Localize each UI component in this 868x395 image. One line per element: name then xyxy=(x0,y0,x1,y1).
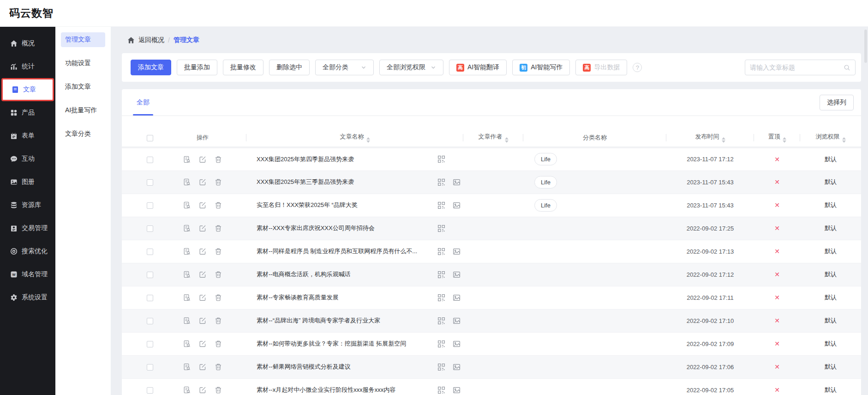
sidebar-item-resources[interactable]: 资源库 xyxy=(0,194,55,217)
category-filter-select[interactable]: 全部分类 xyxy=(315,60,374,75)
view-article-button[interactable] xyxy=(183,294,191,301)
row-checkbox[interactable] xyxy=(147,225,153,232)
tab-all[interactable]: 全部 xyxy=(133,89,153,115)
qr-code-icon[interactable] xyxy=(437,178,445,186)
view-article-button[interactable] xyxy=(183,225,191,232)
breadcrumb-back-link[interactable]: 返回概况 xyxy=(138,36,164,44)
image-attachment-icon[interactable] xyxy=(453,317,461,325)
export-data-button[interactable]: 高 导出数据 xyxy=(575,60,627,75)
view-article-button[interactable] xyxy=(183,201,191,209)
row-checkbox[interactable] xyxy=(147,364,153,371)
edit-article-button[interactable] xyxy=(199,340,206,347)
search-input[interactable] xyxy=(750,64,841,71)
image-attachment-icon[interactable] xyxy=(453,340,461,348)
edit-article-button[interactable] xyxy=(199,248,206,255)
sidebar-item-interact[interactable]: 互动 xyxy=(0,147,55,170)
delete-article-button[interactable] xyxy=(215,340,222,347)
row-checkbox[interactable] xyxy=(147,295,153,301)
sidebar-item-domain[interactable]: W域名管理 xyxy=(0,263,55,286)
edit-article-button[interactable] xyxy=(199,156,206,163)
batch-add-button[interactable]: 批量添加 xyxy=(177,60,217,75)
sidebar-item-products[interactable]: 产品 xyxy=(0,101,55,124)
edit-article-button[interactable] xyxy=(199,363,206,371)
image-attachment-icon[interactable] xyxy=(453,363,461,371)
delete-article-button[interactable] xyxy=(215,225,222,232)
view-article-button[interactable] xyxy=(183,340,191,347)
search-icon[interactable] xyxy=(844,64,850,71)
qr-code-icon[interactable] xyxy=(437,340,445,348)
scrollbar-thumb[interactable] xyxy=(864,30,867,63)
edit-article-button[interactable] xyxy=(199,201,206,209)
delete-article-button[interactable] xyxy=(215,271,222,278)
select-all-checkbox[interactable] xyxy=(147,135,153,141)
qr-code-icon[interactable] xyxy=(437,201,445,209)
image-attachment-icon[interactable] xyxy=(453,248,461,255)
qr-code-icon[interactable] xyxy=(437,317,445,325)
edit-article-button[interactable] xyxy=(199,317,206,324)
row-checkbox[interactable] xyxy=(147,341,153,347)
qr-code-icon[interactable] xyxy=(437,363,445,371)
view-article-button[interactable] xyxy=(183,317,191,324)
sidebar-item-album[interactable]: 图册 xyxy=(0,170,55,194)
help-icon[interactable]: ? xyxy=(633,63,642,72)
row-checkbox[interactable] xyxy=(147,202,153,209)
row-checkbox[interactable] xyxy=(147,179,153,186)
qr-code-icon[interactable] xyxy=(437,155,445,163)
row-checkbox[interactable] xyxy=(147,249,153,255)
sort-carets-icon[interactable] xyxy=(505,137,509,143)
image-attachment-icon[interactable] xyxy=(453,178,461,186)
image-attachment-icon[interactable] xyxy=(453,271,461,279)
delete-selected-button[interactable]: 删除选中 xyxy=(269,60,310,75)
sidebar-item-seo[interactable]: 搜索优化 xyxy=(0,240,55,263)
qr-code-icon[interactable] xyxy=(437,271,445,279)
delete-article-button[interactable] xyxy=(215,363,222,371)
view-article-button[interactable] xyxy=(183,156,191,163)
submenu-item-article-categories[interactable]: 文章分类 xyxy=(61,127,105,141)
qr-code-icon[interactable] xyxy=(437,225,445,232)
column-header-permission[interactable]: 浏览权限 xyxy=(800,129,861,147)
delete-article-button[interactable] xyxy=(215,386,222,394)
column-header-pinned[interactable]: 置顶 xyxy=(754,129,800,147)
sort-carets-icon[interactable] xyxy=(783,137,786,143)
edit-article-button[interactable] xyxy=(199,271,206,278)
edit-article-button[interactable] xyxy=(199,294,206,301)
view-article-button[interactable] xyxy=(183,248,191,255)
ai-translate-button[interactable]: 高 AI智能翻译 xyxy=(449,60,507,75)
sidebar-item-settings[interactable]: 系统设置 xyxy=(0,286,55,309)
sort-carets-icon[interactable] xyxy=(366,137,370,143)
column-header-title[interactable]: 文章名称 xyxy=(246,129,463,147)
qr-code-icon[interactable] xyxy=(437,248,445,255)
batch-edit-button[interactable]: 批量修改 xyxy=(223,60,263,75)
sort-carets-icon[interactable] xyxy=(722,137,725,143)
view-article-button[interactable] xyxy=(183,386,191,394)
row-checkbox[interactable] xyxy=(147,272,153,278)
sidebar-item-overview[interactable]: 概况 xyxy=(0,32,55,55)
view-article-button[interactable] xyxy=(183,363,191,371)
edit-article-button[interactable] xyxy=(199,386,206,394)
qr-code-icon[interactable] xyxy=(437,386,445,394)
submenu-item-ai-batch-writing[interactable]: AI批量写作 xyxy=(61,103,105,118)
image-attachment-icon[interactable] xyxy=(453,294,461,302)
choose-columns-button[interactable]: 选择列 xyxy=(820,95,854,110)
view-article-button[interactable] xyxy=(183,271,191,278)
submenu-item-add-article[interactable]: 添加文章 xyxy=(61,79,105,94)
view-article-button[interactable] xyxy=(183,178,191,186)
row-checkbox[interactable] xyxy=(147,318,153,324)
add-article-button[interactable]: 添加文章 xyxy=(131,60,171,75)
delete-article-button[interactable] xyxy=(215,248,222,255)
row-checkbox[interactable] xyxy=(147,157,153,163)
delete-article-button[interactable] xyxy=(215,201,222,209)
delete-article-button[interactable] xyxy=(215,178,222,186)
delete-article-button[interactable] xyxy=(215,294,222,301)
image-attachment-icon[interactable] xyxy=(453,201,461,209)
column-header-author[interactable]: 文章作者 xyxy=(463,129,523,147)
sidebar-item-forms[interactable]: 表单 xyxy=(0,124,55,147)
ai-write-button[interactable]: 初 AI智能写作 xyxy=(512,60,570,75)
sort-carets-icon[interactable] xyxy=(842,137,846,143)
column-header-publish_time[interactable]: 发布时间 xyxy=(666,129,754,147)
qr-code-icon[interactable] xyxy=(437,294,445,302)
delete-article-button[interactable] xyxy=(215,317,222,324)
permission-filter-select[interactable]: 全部浏览权限 xyxy=(379,60,443,75)
home-icon[interactable] xyxy=(127,36,135,44)
image-attachment-icon[interactable] xyxy=(453,386,461,394)
